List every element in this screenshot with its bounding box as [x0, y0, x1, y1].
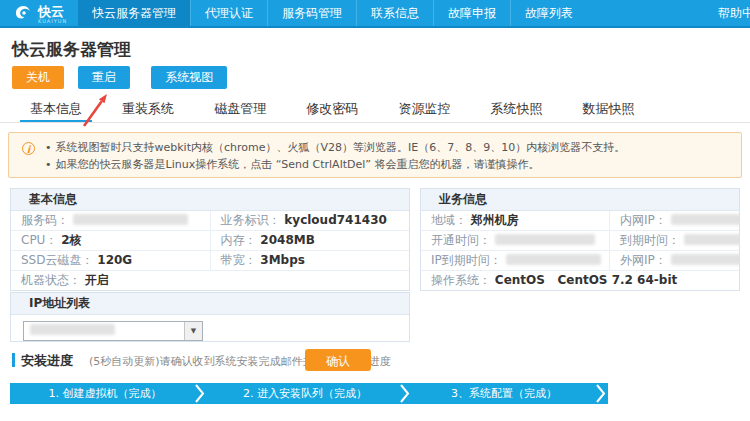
open-time-cell: 开通时间：: [421, 231, 609, 250]
main-nav: 快云服务器管理 代理认证 服务码管理 联系信息 故障申报 故障列表: [78, 0, 587, 26]
redacted-lan-ip: [671, 214, 739, 225]
table-row: CPU： 2核 内存： 2048MB: [11, 231, 409, 251]
redacted-wan-ip: [671, 254, 739, 265]
wan-ip-cell: 外网IP：: [609, 251, 739, 270]
business-info-title: 业务信息: [421, 189, 739, 211]
expire-time-cell: 到期时间：: [609, 231, 739, 250]
dropdown-arrow-icon: ▼: [184, 322, 202, 340]
service-code-cell: 服务码：: [11, 211, 210, 230]
help-center-link[interactable]: 帮助中心: [718, 0, 750, 26]
machine-state-cell: 机器状态： 开启: [11, 271, 409, 290]
system-view-button[interactable]: 系统视图: [151, 66, 227, 89]
top-navigation-bar: 快云 KUAIYUN 快云服务器管理 代理认证 服务码管理 联系信息 故障申报 …: [0, 0, 750, 28]
table-row: IP到期时间： 外网IP：: [421, 251, 739, 271]
chevron-right-icon: [195, 384, 205, 403]
bandwidth-cell: 带宽： 3Mbps: [210, 251, 410, 270]
basic-info-title: 基本信息: [11, 189, 409, 211]
nav-item-service-code[interactable]: 服务码管理: [267, 0, 356, 26]
lan-ip-cell: 内网IP：: [609, 211, 739, 230]
action-buttons: 关机 重启 系统视图: [12, 66, 227, 89]
memory-cell: 内存： 2048MB: [210, 231, 410, 250]
step-create-vm: 1. 创建虚拟机（完成）: [10, 383, 200, 404]
business-id-cell: 业务标识： kycloud741430: [210, 211, 410, 230]
tab-resource-monitor[interactable]: 资源监控: [388, 96, 460, 120]
table-row: 地域： 郑州机房 内网IP：: [421, 211, 739, 231]
table-row: 机器状态： 开启: [11, 271, 409, 290]
table-row: 开通时间： 到期时间：: [421, 231, 739, 251]
nav-item-contact-info[interactable]: 联系信息: [356, 0, 433, 26]
tab-change-password[interactable]: 修改密码: [296, 96, 368, 120]
nav-item-server-management[interactable]: 快云服务器管理: [78, 0, 190, 26]
redacted-expire-time: [684, 234, 739, 245]
ssd-disk-cell: SSD云磁盘： 120G: [11, 251, 210, 270]
cloud-swirl-icon: [13, 2, 33, 26]
step-install-queue: 2. 进入安装队列（完成）: [205, 383, 405, 404]
logo-title: 快云: [38, 5, 67, 18]
tab-system-snapshot[interactable]: 系统快照: [480, 96, 552, 120]
redacted-service-code: [73, 214, 188, 225]
browser-notice: i •系统视图暂时只支持webkit内核（chrome）、火狐（V28）等浏览器…: [8, 132, 742, 178]
region-cell: 地域： 郑州机房: [421, 211, 609, 230]
kuaiyun-logo[interactable]: 快云 KUAIYUN: [13, 2, 67, 26]
nav-item-agent-auth[interactable]: 代理认证: [190, 0, 267, 26]
install-progress-section: 安装进度 (5秒自动更新)请确认收到系统安装完成邮件并不再显示此进度 确认: [0, 349, 750, 373]
page-title: 快云服务器管理: [12, 38, 131, 61]
tab-basic-info[interactable]: 基本信息: [20, 96, 92, 122]
redacted-ip-option: [30, 324, 115, 335]
logo-subtitle: KUAIYUN: [38, 18, 67, 24]
redacted-open-time: [495, 234, 595, 245]
nav-item-fault-report[interactable]: 故障申报: [433, 0, 510, 26]
ip-list-panel: IP地址列表 ▼: [10, 292, 410, 342]
redacted-ip-expire-time: [506, 254, 601, 265]
install-steps-bar: 1. 创建虚拟机（完成） 2. 进入安装队列（完成） 3、系统配置（完成）: [10, 383, 608, 404]
table-row: 服务码： 业务标识： kycloud741430: [11, 211, 409, 231]
chevron-right-icon: [596, 384, 606, 403]
os-cell: 操作系统： CentOS CentOS 7.2 64-bit: [421, 271, 739, 290]
business-info-panel: 业务信息 地域： 郑州机房 内网IP： 开通时间： 到期时间： IP到期时: [420, 188, 740, 291]
notice-line-2: •如果您的快云服务器是Linux操作系统，点击 “Send CtrlAltDel…: [45, 156, 731, 173]
shutdown-button[interactable]: 关机: [12, 66, 64, 89]
table-row: SSD云磁盘： 120G 带宽： 3Mbps: [11, 251, 409, 271]
table-row: 操作系统： CentOS CentOS 7.2 64-bit: [421, 271, 739, 290]
restart-button[interactable]: 重启: [78, 66, 130, 89]
step-system-config: 3、系统配置（完成）: [410, 383, 598, 404]
detail-tabs: 基本信息 重装系统 磁盘管理 修改密码 资源监控 系统快照 数据快照: [0, 96, 750, 123]
basic-info-panel: 基本信息 服务码： 业务标识： kycloud741430 CPU： 2核 内存…: [10, 188, 410, 291]
cpu-cell: CPU： 2核: [11, 231, 210, 250]
section-accent-bar: [12, 353, 15, 367]
nav-item-fault-list[interactable]: 故障列表: [510, 0, 587, 26]
ip-list-title: IP地址列表: [11, 293, 409, 315]
install-progress-heading: 安装进度: [21, 352, 73, 370]
ip-address-select[interactable]: ▼: [23, 321, 203, 341]
chevron-right-icon: [400, 384, 410, 403]
notice-line-1: •系统视图暂时只支持webkit内核（chrome）、火狐（V28）等浏览器。I…: [45, 139, 731, 156]
info-icon: i: [22, 142, 35, 155]
tab-reinstall-system[interactable]: 重装系统: [112, 96, 184, 120]
tab-disk-management[interactable]: 磁盘管理: [204, 96, 276, 120]
ip-expire-cell: IP到期时间：: [421, 251, 609, 270]
tab-data-snapshot[interactable]: 数据快照: [573, 96, 645, 120]
confirm-button[interactable]: 确认: [305, 349, 371, 371]
screen: 快云 KUAIYUN 快云服务器管理 代理认证 服务码管理 联系信息 故障申报 …: [0, 0, 750, 421]
